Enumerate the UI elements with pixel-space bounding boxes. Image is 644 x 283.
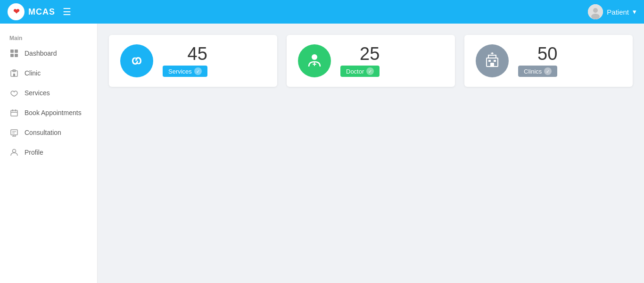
doctor-badge: Doctor ✓ xyxy=(340,66,380,77)
clinics-badge: Clinics ✓ xyxy=(518,66,557,77)
user-menu[interactable]: Patient ▾ xyxy=(588,4,636,19)
stat-card-services: 45 Services ✓ xyxy=(109,35,277,87)
svg-rect-27 xyxy=(490,63,494,67)
stat-card-clinics: 50 Clinics ✓ xyxy=(464,35,633,87)
navbar: ❤ MCAS ☰ Patient ▾ xyxy=(0,0,644,24)
profile-label: Profile xyxy=(25,149,43,156)
avatar xyxy=(588,4,603,19)
svg-point-4 xyxy=(591,14,600,19)
sidebar-section-main: Main xyxy=(0,31,97,43)
dashboard-label: Dashboard xyxy=(25,50,57,57)
services-check-icon: ✓ xyxy=(194,67,202,75)
clinics-check-icon: ✓ xyxy=(544,67,552,75)
doctor-check-icon: ✓ xyxy=(366,67,374,75)
svg-rect-16 xyxy=(11,130,17,135)
svg-point-23 xyxy=(312,54,317,60)
clinics-card-icon xyxy=(476,44,509,77)
user-label: Patient xyxy=(607,8,629,16)
services-label: Services xyxy=(25,89,50,97)
doctor-card-icon xyxy=(298,44,331,77)
svg-point-22 xyxy=(13,150,16,153)
hamburger-button[interactable]: ☰ xyxy=(63,6,71,17)
book-appointments-icon xyxy=(9,108,19,117)
profile-icon xyxy=(9,148,19,157)
svg-rect-28 xyxy=(488,60,491,62)
sidebar-item-profile[interactable]: Profile xyxy=(0,142,97,162)
services-card-info: 45 Services ✓ xyxy=(163,45,207,77)
services-badge-label: Services xyxy=(168,68,192,75)
clinic-label: Clinic xyxy=(25,69,41,77)
svg-rect-5 xyxy=(10,50,14,53)
clinics-badge-label: Clinics xyxy=(524,68,542,75)
svg-rect-12 xyxy=(11,110,17,116)
logo-icon: ❤ xyxy=(8,3,25,20)
svg-rect-10 xyxy=(13,74,15,76)
doctor-count: 25 xyxy=(360,45,380,63)
cards-row: 45 Services ✓ xyxy=(109,35,633,87)
consultation-label: Consultation xyxy=(25,129,61,136)
dashboard-icon xyxy=(9,49,19,58)
svg-rect-6 xyxy=(15,50,18,53)
svg-rect-29 xyxy=(494,60,496,62)
sidebar-item-dashboard[interactable]: Dashboard xyxy=(0,43,97,63)
services-badge: Services ✓ xyxy=(163,66,207,77)
services-count: 45 xyxy=(188,45,207,63)
services-card-icon xyxy=(120,44,153,77)
chevron-down-icon: ▾ xyxy=(633,8,636,16)
clinic-icon xyxy=(9,68,19,78)
sidebar-item-consultation[interactable]: Consultation xyxy=(0,123,97,142)
navbar-left: ❤ MCAS ☰ xyxy=(8,3,71,20)
doctor-card-info: 25 Doctor ✓ xyxy=(340,45,380,77)
sidebar-item-clinic[interactable]: Clinic xyxy=(0,63,97,83)
svg-rect-25 xyxy=(314,62,315,66)
clinics-card-info: 50 Clinics ✓ xyxy=(518,45,557,77)
layout: Main Dashboard Clinic xyxy=(0,24,644,283)
clinics-count: 50 xyxy=(537,45,557,63)
services-icon xyxy=(9,88,19,98)
navbar-logo[interactable]: ❤ MCAS xyxy=(8,3,55,20)
consultation-icon xyxy=(9,128,19,137)
logo-text: MCAS xyxy=(28,7,55,17)
stat-card-doctor: 25 Doctor ✓ xyxy=(287,35,455,87)
svg-point-3 xyxy=(593,8,598,13)
doctor-badge-label: Doctor xyxy=(346,68,364,75)
book-appointments-label: Book Appointments xyxy=(25,109,82,117)
svg-rect-8 xyxy=(15,54,18,57)
sidebar-item-book-appointments[interactable]: Book Appointments xyxy=(0,103,97,123)
svg-rect-7 xyxy=(10,54,14,57)
sidebar: Main Dashboard Clinic xyxy=(0,24,98,283)
main-content: 45 Services ✓ xyxy=(98,24,644,283)
sidebar-item-services[interactable]: Services xyxy=(0,83,97,103)
svg-text:❤: ❤ xyxy=(13,8,20,16)
